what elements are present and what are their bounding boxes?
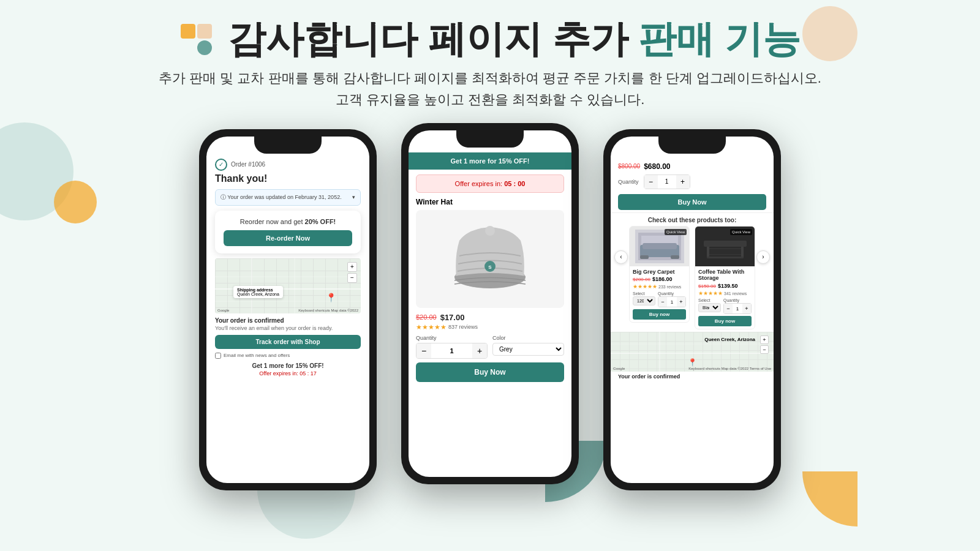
- product-1-qty-increase[interactable]: +: [677, 297, 685, 307]
- quantity-label: Quantity: [416, 335, 488, 341]
- phone-1-notch: [254, 137, 322, 154]
- order-confirmed-sub: You'll receive an email when your order …: [215, 325, 361, 331]
- svg-rect-17: [640, 255, 649, 259]
- svg-rect-20: [704, 241, 747, 247]
- buy-now-button[interactable]: Buy Now: [416, 362, 564, 382]
- map-terms-p1: Keyboard shortcuts Map data ©2022: [298, 309, 358, 312]
- track-order-button[interactable]: Track order with Shop: [215, 335, 361, 349]
- p3-map: Queen Creek, Arizona + − 📍 Google Keyboa…: [611, 332, 774, 372]
- product-2-name: Coffee Table With Storage: [698, 269, 752, 282]
- product-2-select-label: Select: [698, 298, 721, 302]
- timer-box: Offer expires in: 05 : 00: [416, 174, 564, 193]
- qty-color-row: Quantity − 1 + Color Grey: [409, 335, 571, 362]
- main-title: 감사합니다 페이지 추가 판매 기능: [49, 18, 931, 60]
- logo-icon: [179, 23, 213, 56]
- phones-container: ✓ Order #1006 Thank you! ⓘ Your order wa…: [0, 117, 980, 490]
- p3-old-price: $800.00: [618, 163, 640, 170]
- svg-rect-1: [197, 40, 212, 55]
- product-2-info: Coffee Table With Storage $150.00 $139.5…: [695, 266, 755, 329]
- quantity-section: Quantity − 1 +: [416, 335, 488, 359]
- product-1-buy-button[interactable]: Buy now: [633, 309, 686, 320]
- check-circle-icon: ✓: [215, 159, 227, 171]
- product-2-old-price: $150.00: [698, 283, 716, 289]
- shipping-address: Queen Creek, Arizona: [237, 292, 279, 296]
- product-2-price: $150.00 $139.50: [698, 283, 752, 289]
- p3-google-label: Google: [613, 367, 625, 370]
- product-card-1: Quick View Big Grey Carpet $200.00 $186.…: [629, 226, 690, 323]
- product-2-qty-decrease[interactable]: −: [724, 304, 733, 313]
- quick-view-badge-1[interactable]: Quick View: [665, 229, 687, 235]
- product-1-qty-control: − 1 +: [658, 296, 686, 307]
- product-2-select-section: Select Black: [698, 298, 721, 314]
- p3-qty-decrease[interactable]: −: [644, 175, 658, 189]
- product-image-area: S: [416, 210, 564, 308]
- stars: ★★★★★: [416, 323, 447, 331]
- phone-1-content: ✓ Order #1006 Thank you! ⓘ Your order wa…: [206, 137, 369, 383]
- quick-view-badge-2[interactable]: Quick View: [730, 229, 752, 235]
- reviews: 837 reviews: [448, 324, 478, 330]
- p3-zoom-out[interactable]: −: [760, 345, 769, 354]
- p3-zoom-in[interactable]: +: [760, 335, 769, 344]
- color-section: Color Grey: [492, 335, 564, 359]
- product-1-select-label: Select: [633, 291, 655, 296]
- p3-qty-value: 1: [658, 178, 676, 185]
- reorder-card: Reorder now and get 20% OFF! Re-order No…: [215, 211, 361, 253]
- product-2-select[interactable]: Black: [698, 303, 721, 312]
- p3-buy-button[interactable]: Buy Now: [618, 194, 766, 210]
- email-checkbox-input[interactable]: [215, 353, 221, 359]
- map-pin-icon: 📍: [326, 293, 336, 302]
- color-select[interactable]: Grey: [492, 343, 564, 356]
- p3-qty-increase[interactable]: +: [676, 175, 690, 189]
- product-2-qty-section: Quantity − 1 +: [723, 298, 752, 314]
- p3-confirmed: Your order is confirmed: [611, 372, 774, 381]
- svg-rect-24: [741, 247, 744, 258]
- timer-label: Offer expires in:: [455, 180, 502, 187]
- phone-3-notch: [658, 137, 726, 154]
- phone-2-content: Get 1 more for 15% OFF! Offer expires in…: [409, 130, 571, 382]
- product-1-reviews: 233 reviews: [658, 285, 681, 289]
- qty-value: 1: [431, 347, 472, 354]
- reorder-button[interactable]: Re-order Now: [224, 230, 352, 246]
- map-zoom-controls: + −: [347, 262, 357, 283]
- svg-rect-22: [708, 249, 742, 254]
- google-label-p1: Google: [217, 309, 229, 312]
- product-2-select-qty: Select Black Quantity − 1: [698, 298, 752, 314]
- qty-increase-btn[interactable]: +: [472, 343, 487, 358]
- p3-location: Queen Creek, Arizona: [704, 337, 755, 342]
- zoom-out-button[interactable]: −: [347, 273, 357, 283]
- product-2-qty-control: − 1 +: [723, 303, 752, 314]
- carousel-left-arrow[interactable]: ‹: [614, 250, 628, 264]
- product-2-buy-button[interactable]: Buy now: [698, 316, 752, 326]
- cross-sell-title: Check out these products too:: [611, 212, 774, 226]
- p3-map-terms: Keyboard shortcuts Map data ©2022 Terms …: [688, 367, 771, 370]
- email-label: Email me with news and offers: [224, 353, 290, 358]
- carousel-right-arrow[interactable]: ›: [756, 250, 770, 264]
- thank-you-text: Thank you!: [215, 173, 361, 184]
- products-carousel: ‹: [611, 226, 774, 330]
- phone-2-screen: Get 1 more for 15% OFF! Offer expires in…: [409, 130, 571, 477]
- title-part2: 판매 기능: [638, 18, 801, 60]
- product-1-new-price: $186.00: [652, 276, 673, 282]
- svg-point-11: [485, 226, 495, 236]
- p3-zoom: + −: [760, 335, 769, 354]
- old-price: $20.00: [416, 313, 437, 321]
- p3-map-pin: 📍: [688, 358, 697, 367]
- svg-text:S: S: [488, 264, 492, 270]
- product-2-reviews: 341 reviews: [724, 291, 747, 296]
- svg-rect-0: [181, 24, 195, 39]
- product-1-select[interactable]: 120x30: [633, 296, 655, 305]
- order-number: Order #1006: [231, 161, 265, 168]
- zoom-in-button[interactable]: +: [347, 262, 357, 272]
- product-1-select-section: Select 120x30: [633, 291, 655, 307]
- product-1-stars: ★★★★★: [633, 283, 657, 290]
- order-confirmed-text: Your order is confirmed: [215, 317, 361, 324]
- subtitle-line1: 추가 판매 및 교차 판매를 통해 감사합니다 페이지를 최적화하여 평균 주문…: [49, 67, 931, 89]
- product-2-qty-increase[interactable]: +: [742, 304, 751, 313]
- qty-decrease-btn[interactable]: −: [417, 343, 431, 358]
- phone-2: Get 1 more for 15% OFF! Offer expires in…: [401, 123, 579, 484]
- p3-qty-row: Quantity − 1 +: [611, 172, 774, 192]
- shipping-label: Shipping address: [237, 288, 279, 292]
- product-1-qty-decrease[interactable]: −: [658, 297, 667, 307]
- product-1-name: Big Grey Carpet: [633, 269, 686, 276]
- svg-rect-18: [671, 255, 679, 259]
